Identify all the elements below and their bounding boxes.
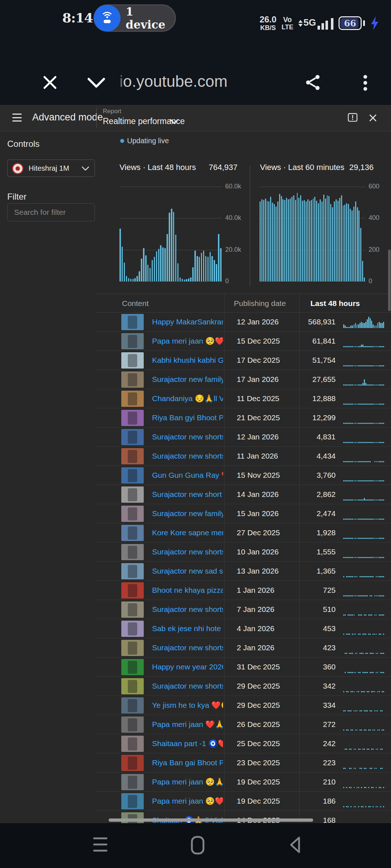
chart-bar[interactable] — [173, 212, 175, 281]
chart-bar[interactable] — [152, 260, 153, 281]
chart-bar[interactable] — [332, 207, 333, 281]
chart-bar[interactable] — [197, 256, 198, 281]
chart-bar[interactable] — [358, 210, 360, 282]
chart-bar[interactable] — [341, 195, 342, 281]
close-report-icon[interactable] — [367, 112, 379, 124]
video-thumbnail[interactable] — [121, 486, 144, 503]
chart-bar[interactable] — [293, 195, 294, 281]
chart-bar[interactable] — [134, 278, 136, 281]
video-thumbnail[interactable] — [121, 410, 144, 426]
video-title-link[interactable]: Papa meri jaan ❤️🙏ll Vishal... — [152, 720, 223, 729]
chart-bar[interactable] — [274, 204, 275, 281]
video-thumbnail[interactable] — [121, 467, 144, 484]
horizontal-scrollbar[interactable] — [109, 818, 313, 822]
chart-bar[interactable] — [263, 200, 264, 281]
chart-bar[interactable] — [220, 248, 222, 281]
table-row[interactable]: Shaitaan part -1 🧿❤️ll Vish...25 Dec 202… — [96, 734, 391, 753]
chart-bar[interactable] — [318, 203, 319, 281]
chart-bar[interactable] — [211, 256, 213, 281]
table-row[interactable]: Papa meri jaan ❤️🙏ll Vishal...26 Dec 202… — [96, 715, 391, 734]
table-row[interactable]: Surajactor new shorts #suraj...7 Jan 202… — [96, 600, 391, 619]
chart-bar[interactable] — [214, 260, 215, 281]
table-row[interactable]: Chandaniya 😔🙏ll Vishal Ra...11 Dec 20251… — [96, 389, 391, 408]
chart-bar[interactable] — [158, 249, 160, 281]
table-row[interactable]: Papa meri jaan 🥺🙏ll Vishal...19 Dec 2025… — [96, 773, 391, 792]
chart-bar[interactable] — [218, 234, 219, 281]
chart-bar[interactable] — [364, 277, 365, 281]
chart-48h-plot[interactable]: 60.0k40.0k20.0k0 — [119, 187, 222, 281]
chart-bar[interactable] — [130, 279, 132, 281]
channel-selector[interactable]: Hiteshraj 1M — [7, 159, 95, 177]
video-title-link[interactable]: Happy new year 2026 ❤️🥳ll... — [152, 663, 223, 671]
chart-bar[interactable] — [348, 204, 349, 281]
chart-bar[interactable] — [136, 276, 138, 281]
chart-bar[interactable] — [261, 199, 262, 281]
chart-bar[interactable] — [284, 200, 285, 281]
table-row[interactable]: Riya Ban gai Bhoot Part -4 ll ...23 Dec … — [96, 753, 391, 773]
chart-bar[interactable] — [199, 257, 200, 281]
video-thumbnail[interactable] — [121, 563, 144, 579]
chart-bar[interactable] — [336, 199, 337, 281]
chart-bar[interactable] — [182, 279, 183, 281]
video-title-link[interactable]: Sab ek jese nhi hote surajact... — [152, 624, 223, 633]
video-thumbnail[interactable] — [121, 544, 144, 560]
chart-bar[interactable] — [267, 201, 268, 281]
video-title-link[interactable]: Surajactor new shorts #suraj... — [152, 643, 223, 652]
video-thumbnail[interactable] — [121, 755, 144, 771]
table-row[interactable]: Surajactor new sad shorts #...13 Jan 202… — [96, 562, 391, 581]
chart-bar[interactable] — [339, 198, 340, 281]
chart-bar[interactable] — [154, 257, 155, 281]
chart-bar[interactable] — [119, 229, 121, 281]
chart-bar[interactable] — [302, 201, 303, 281]
chart-bar[interactable] — [344, 205, 345, 281]
chart-bar[interactable] — [177, 263, 179, 281]
chart-bar[interactable] — [357, 207, 358, 281]
video-thumbnail[interactable] — [121, 601, 144, 618]
chart-60m-plot[interactable]: 6004002000 — [260, 187, 366, 281]
chart-bar[interactable] — [337, 201, 339, 281]
table-row[interactable]: Surajactor new shorts #suraj...12 Jan 20… — [96, 427, 391, 447]
chart-bar[interactable] — [320, 199, 321, 281]
chart-bar[interactable] — [316, 201, 317, 281]
filter-search-input[interactable]: Search for filter — [7, 203, 95, 221]
video-title-link[interactable]: Riya Ban gai Bhoot Part -4 ll ... — [152, 758, 223, 767]
video-title-link[interactable]: Papa meri jaan 🥺❤️ll Vishal... — [152, 797, 223, 805]
overflow-menu-icon[interactable] — [360, 74, 371, 92]
chart-bar[interactable] — [216, 264, 217, 281]
chart-bar[interactable] — [277, 201, 278, 281]
chart-bar[interactable] — [360, 228, 361, 281]
chart-bar[interactable] — [147, 265, 149, 281]
chart-bar[interactable] — [145, 255, 147, 281]
chart-bar[interactable] — [350, 209, 351, 281]
chart-bar[interactable] — [304, 200, 305, 281]
video-title-link[interactable]: Surajactor new short #suraja... — [152, 490, 223, 499]
video-title-link[interactable]: Shaitaan part -1 🧿❤️ll Vish... — [152, 739, 223, 748]
table-row[interactable]: Happy MakarSankranti dosto...12 Jan 2026… — [96, 312, 391, 332]
chart-bar[interactable] — [321, 201, 323, 281]
video-title-link[interactable]: Surajactor new family shorts ... — [152, 509, 223, 518]
chart-bar[interactable] — [150, 268, 151, 281]
chart-bar[interactable] — [184, 280, 185, 281]
table-row[interactable]: Papa meri jaan 🥺❤️ll Vishal...15 Dec 202… — [96, 332, 391, 351]
table-row[interactable]: Riya Ban gyi Bhoot Part - 4 ll ...21 Dec… — [96, 408, 391, 427]
chart-bar[interactable] — [268, 201, 269, 281]
url-text[interactable]: io.youtube.com — [119, 72, 227, 90]
chart-bar[interactable] — [325, 199, 326, 281]
video-thumbnail[interactable] — [121, 793, 144, 809]
table-row[interactable]: Ye jism he to kya ❤️🥺ll Vish...29 Dec 20… — [96, 696, 391, 715]
chart-bar[interactable] — [282, 199, 283, 281]
video-title-link[interactable]: Gun Gun Guna Ray ❤️😄ll Vi... — [152, 471, 223, 480]
table-row[interactable]: Sab ek jese nhi hote surajact...4 Jan 20… — [96, 619, 391, 638]
table-row[interactable]: Surajactor new shorts #suraj...11 Jan 20… — [96, 447, 391, 466]
recents-menu-icon[interactable] — [92, 835, 109, 855]
share-icon[interactable] — [303, 73, 322, 92]
table-row[interactable]: Surajactor new shorts #suraj...2 Jan 202… — [96, 638, 391, 658]
chart-bar[interactable] — [141, 259, 142, 281]
table-row[interactable]: Kabhi khushi kabhi Gam ❤️...17 Dec 20255… — [96, 351, 391, 370]
chart-bar[interactable] — [203, 251, 205, 281]
video-title-link[interactable]: Surajactor new shorts #suraj... — [152, 682, 223, 690]
feedback-icon[interactable] — [347, 112, 358, 124]
chart-bar[interactable] — [313, 199, 314, 281]
chart-bar[interactable] — [160, 245, 161, 281]
table-row[interactable]: Surajactor new family shorts ...15 Jan 2… — [96, 504, 391, 523]
